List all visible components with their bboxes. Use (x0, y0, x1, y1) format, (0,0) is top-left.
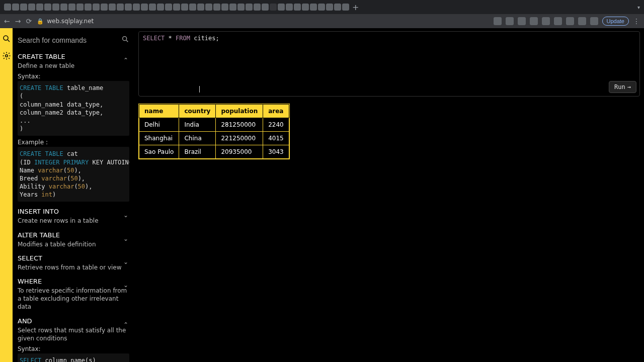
ext-icon[interactable] (578, 17, 586, 25)
ext-icon[interactable] (506, 17, 514, 25)
search-row (18, 32, 129, 50)
ext-icon[interactable] (590, 17, 598, 25)
ext-icon[interactable] (554, 17, 562, 25)
browser-tab[interactable] (12, 4, 19, 11)
sql-editor[interactable]: SELECT * FROM cities; Run→ (138, 31, 640, 97)
chevron-up-icon[interactable]: ⌃ (123, 321, 128, 328)
svg-line-1 (8, 40, 10, 42)
search-input[interactable] (18, 36, 113, 44)
browser-tab[interactable] (157, 4, 164, 11)
browser-tab[interactable] (286, 4, 293, 11)
reload-button[interactable]: ⟳ (26, 17, 32, 25)
ext-icon[interactable] (542, 17, 550, 25)
ext-icon[interactable] (518, 17, 526, 25)
chevron-down-icon[interactable]: ⌄ (123, 212, 128, 219)
browser-tab[interactable] (189, 4, 196, 11)
cmd-sub: Select rows that must satisfy all the gi… (18, 326, 129, 342)
browser-tab[interactable] (213, 4, 220, 11)
browser-tab[interactable] (117, 4, 124, 11)
browser-tab[interactable] (60, 4, 67, 11)
update-button[interactable]: Update (602, 17, 629, 26)
browser-tab[interactable] (93, 4, 100, 11)
browser-tab[interactable] (28, 4, 35, 11)
ext-icon[interactable] (530, 17, 538, 25)
browser-tab[interactable] (270, 4, 277, 11)
browser-tab[interactable] (254, 4, 261, 11)
cmd-title: SELECT (18, 254, 129, 262)
browser-tab[interactable] (246, 4, 253, 11)
new-tab-button[interactable]: + (352, 3, 359, 12)
url-text: web.sqlplay.net (47, 18, 94, 25)
browser-tab[interactable] (52, 4, 59, 11)
browser-tab[interactable] (262, 4, 269, 11)
forward-button[interactable]: → (15, 17, 21, 25)
column-header: population (216, 105, 263, 118)
url-field[interactable]: 🔒 web.sqlplay.net (37, 18, 488, 25)
arrow-right-icon: → (627, 83, 631, 90)
browser-tab[interactable] (221, 4, 228, 11)
browser-tab[interactable] (197, 4, 204, 11)
run-button[interactable]: Run→ (609, 81, 636, 93)
cmd-sub: To retrieve specific information from a … (18, 287, 129, 311)
browser-tab[interactable] (294, 4, 301, 11)
results-table: namecountrypopulationarea DelhiIndia2812… (138, 104, 290, 159)
cmd-insert-into[interactable]: INSERT INTO Create new rows in a table ⌄ (18, 205, 129, 228)
browser-tab[interactable] (149, 4, 156, 11)
browser-tab[interactable] (76, 4, 84, 11)
example-label: Example : (18, 139, 129, 146)
browser-tab[interactable] (4, 4, 11, 11)
column-header: area (263, 105, 289, 118)
menu-icon[interactable]: ⋮ (633, 17, 640, 25)
table-cell: Shanghai (139, 132, 179, 145)
search-submit-icon[interactable] (121, 35, 129, 45)
chevron-down-icon[interactable]: ⌄ (123, 282, 128, 289)
browser-tab[interactable] (342, 4, 349, 11)
settings-icon[interactable] (2, 51, 11, 60)
browser-tab[interactable] (181, 4, 188, 11)
cmd-sub: Retrieve rows from a table or view (18, 263, 129, 272)
browser-tab[interactable] (133, 4, 140, 11)
left-rail (0, 28, 13, 362)
svg-point-2 (5, 55, 8, 57)
cmd-alter-table[interactable]: ALTER TABLE Modifies a table definition … (18, 228, 129, 251)
browser-tab[interactable] (334, 4, 341, 11)
browser-tab[interactable] (125, 4, 132, 11)
ext-icon[interactable] (494, 17, 502, 25)
cmd-where[interactable]: WHERE To retrieve specific information f… (18, 275, 129, 314)
browser-tab[interactable] (36, 4, 43, 11)
browser-tab[interactable] (173, 4, 180, 11)
table-row: ShanghaiChina2212500004015 (139, 132, 289, 145)
chevron-down-icon[interactable]: ⌄ (123, 235, 128, 242)
tabs-overflow-icon[interactable]: ▾ (637, 5, 640, 10)
browser-tab[interactable] (20, 4, 27, 11)
editor-keyword: SELECT (143, 35, 165, 42)
text-cursor (199, 86, 200, 93)
cmd-select[interactable]: SELECT Retrieve rows from a table or vie… (18, 251, 129, 275)
browser-tab[interactable] (44, 4, 51, 11)
browser-tab[interactable] (237, 4, 245, 11)
cmd-title: CREATE TABLE (18, 53, 129, 60)
browser-tab[interactable] (101, 4, 108, 11)
browser-tab[interactable] (109, 4, 116, 11)
table-row: DelhiIndia2812500002240 (139, 118, 289, 132)
search-icon[interactable] (2, 34, 11, 43)
chevron-up-icon[interactable]: ⌃ (123, 57, 128, 64)
cmd-create-table[interactable]: CREATE TABLE Define a new table ⌃ Syntax… (18, 50, 129, 205)
ext-icon[interactable] (566, 17, 574, 25)
chevron-down-icon[interactable]: ⌄ (123, 258, 128, 265)
cmd-and[interactable]: AND Select rows that must satisfy all th… (18, 314, 129, 362)
browser-tab[interactable] (302, 4, 309, 11)
table-cell: Delhi (139, 118, 179, 132)
browser-tab[interactable] (326, 4, 333, 11)
browser-tab[interactable] (68, 4, 75, 11)
table-cell: 221250000 (216, 132, 263, 145)
browser-tab[interactable] (278, 4, 285, 11)
browser-tab[interactable] (85, 4, 92, 11)
browser-tab[interactable] (318, 4, 325, 11)
browser-tab[interactable] (229, 4, 236, 11)
browser-tab[interactable] (141, 4, 148, 11)
browser-tab[interactable] (310, 4, 317, 11)
browser-tab[interactable] (205, 4, 212, 11)
browser-tab[interactable] (165, 4, 172, 11)
back-button[interactable]: ← (4, 17, 10, 25)
